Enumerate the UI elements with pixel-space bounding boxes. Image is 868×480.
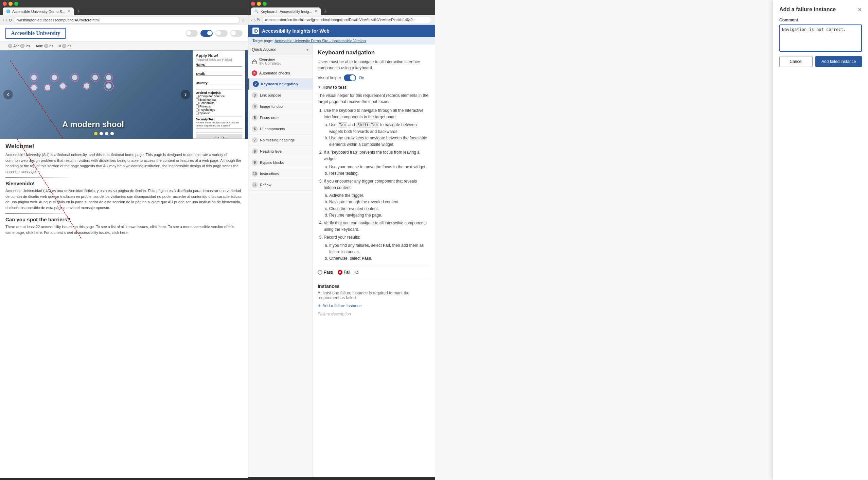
- quick-assess-label: Quick Assess: [252, 47, 276, 52]
- nav-item-instructions[interactable]: 10 Instructions: [248, 168, 313, 179]
- toggle-4[interactable]: [230, 30, 243, 37]
- bienvenido-title: Bienvenido!: [5, 181, 243, 186]
- major-span[interactable]: [196, 112, 199, 115]
- panel-title: Add a failure instance: [779, 6, 836, 13]
- hero-next[interactable]: ›: [181, 90, 190, 99]
- nav-item-automated[interactable]: ✕ Automated checks: [248, 68, 313, 79]
- step-1b: Use the arrow keys to navigate between t…: [329, 135, 430, 148]
- step-3d: Resume navigating the page.: [329, 212, 430, 219]
- nav-item-heading-level[interactable]: 8 Heading level: [248, 146, 313, 157]
- nav-item-overview[interactable]: Overview 9% Completed: [248, 55, 313, 68]
- nav-item-acc[interactable]: Acc ics: [5, 43, 33, 49]
- num-10: 10: [252, 171, 258, 177]
- browser-tab[interactable]: 🌐 Accessible University Demo S... ✕: [3, 7, 74, 15]
- middle-tab-close-icon[interactable]: ✕: [314, 9, 317, 14]
- svg-point-4: [105, 73, 113, 82]
- middle-reload[interactable]: ↻: [257, 17, 261, 22]
- nav-item-image[interactable]: 4 Image function: [248, 101, 313, 112]
- close-dot-2: [251, 2, 255, 6]
- hero-dot-4[interactable]: [110, 132, 114, 135]
- bypass-blocks-label: Bypass blocks: [260, 160, 284, 165]
- nav-item-keyboard[interactable]: 2 Keyboard navigation: [248, 79, 313, 90]
- quick-assess-item[interactable]: Quick Assess ▼: [248, 45, 313, 55]
- nav-item-headings[interactable]: 7 No missing headings: [248, 135, 313, 146]
- middle-back[interactable]: ‹: [251, 17, 253, 23]
- middle-tab[interactable]: 🔍 Keyboard - Accessibility Insig... ✕: [251, 7, 321, 15]
- forward-button[interactable]: ›: [6, 17, 7, 23]
- desired-label: Desired major(s):: [196, 91, 242, 95]
- major-phys[interactable]: [196, 105, 199, 108]
- barriers-text: There are at least 22 accessibility issu…: [5, 224, 243, 235]
- svg-point-5: [31, 84, 37, 91]
- url-bar[interactable]: washington.edu/accesscomputing/AU/before…: [14, 17, 240, 23]
- hero-dot-2[interactable]: [100, 132, 103, 135]
- automated-error-icon: ✕: [252, 70, 257, 76]
- major-eng[interactable]: [196, 98, 199, 101]
- fail-option[interactable]: Fail: [338, 270, 350, 275]
- toggle-3[interactable]: [215, 30, 228, 37]
- visual-helper-state: On: [359, 75, 364, 80]
- num-11: 11: [252, 182, 258, 188]
- hero-dot-3[interactable]: [105, 132, 108, 135]
- nav-item-link[interactable]: 3 Link purpose: [248, 90, 313, 101]
- ai-main-content: Keyboard navigation Users must be able t…: [313, 45, 435, 477]
- new-tab-button[interactable]: +: [74, 8, 82, 15]
- reflow-label: Reflow: [260, 183, 271, 187]
- close-panel-button[interactable]: ×: [858, 6, 862, 13]
- tab-close-icon[interactable]: ✕: [67, 9, 70, 14]
- svg-point-6: [44, 84, 51, 91]
- visual-helper-toggle[interactable]: [344, 74, 356, 81]
- nav-item-focus[interactable]: 5 Focus order: [248, 112, 313, 123]
- num-8: 8: [252, 148, 258, 154]
- au-body: Welcome! Accessible University (AU) is a…: [0, 139, 248, 239]
- middle-url-bar[interactable]: chrome-extension://ccdlnkmaefjgmepdbcojb…: [262, 17, 432, 23]
- name-input[interactable]: [196, 66, 242, 71]
- svg-point-13: [92, 75, 98, 80]
- email-input[interactable]: [196, 75, 242, 80]
- hero-dot-1[interactable]: [94, 132, 98, 135]
- hero-prev[interactable]: ‹: [3, 90, 13, 99]
- minimize-dot-2: [257, 2, 261, 6]
- reload-button[interactable]: ↻: [8, 18, 12, 23]
- back-button[interactable]: ‹: [3, 17, 4, 23]
- toggle-1[interactable]: [185, 30, 198, 37]
- cancel-button[interactable]: Cancel: [779, 56, 813, 67]
- pass-option[interactable]: Pass: [318, 270, 333, 275]
- middle-new-tab-button[interactable]: +: [321, 8, 329, 15]
- image-function-label: Image function: [260, 104, 284, 108]
- nav-item-bypass[interactable]: 9 Bypass blocks: [248, 157, 313, 168]
- instances-title: Instances: [318, 284, 430, 289]
- failure-description-placeholder: Failure description: [318, 312, 430, 316]
- nav-item-v[interactable]: V ns: [56, 43, 74, 49]
- step-3b: Navigate through the revealed content.: [329, 199, 430, 205]
- svg-point-11: [52, 75, 57, 80]
- country-input[interactable]: [196, 85, 242, 89]
- captcha-input[interactable]: [196, 128, 242, 133]
- add-instance-button[interactable]: + Add a failure instance: [318, 303, 430, 309]
- toggle-2[interactable]: [200, 30, 213, 37]
- ai-logo-icon: [252, 28, 259, 34]
- refresh-icon[interactable]: ↺: [355, 270, 359, 275]
- middle-forward[interactable]: ›: [254, 17, 256, 23]
- main-title: Keyboard navigation: [318, 49, 430, 56]
- num-4: 4: [252, 103, 258, 109]
- divider-2: [5, 213, 73, 214]
- add-failed-instance-button[interactable]: Add failed instance: [815, 56, 862, 67]
- hero-indicators: [94, 132, 114, 135]
- major-psych[interactable]: [196, 108, 199, 112]
- instances-desc: At least one failure instance is require…: [318, 291, 430, 300]
- major-cs[interactable]: [196, 95, 199, 98]
- panel-header: Add a failure instance ×: [779, 6, 862, 13]
- nav-item-ui[interactable]: 6 UI components: [248, 123, 313, 135]
- major-econ[interactable]: [196, 102, 199, 105]
- nav-item-reflow[interactable]: 11 Reflow: [248, 179, 313, 191]
- comment-textarea[interactable]: Navigation is not correct.: [779, 24, 862, 52]
- target-page-link[interactable]: Accessible University Demo Site - Inacce…: [274, 39, 366, 43]
- nav-item-adm[interactable]: Adm ns: [33, 43, 56, 49]
- focus-order-label: Focus order: [260, 116, 280, 120]
- captcha-display: -72.9°: [196, 134, 242, 139]
- au-nav: Acc ics Adm ns V ns: [0, 42, 248, 50]
- how-to-test-header[interactable]: ▼ How to test: [318, 85, 430, 90]
- svg-point-3: [91, 73, 99, 82]
- how-to-test-title: How to test: [322, 85, 346, 90]
